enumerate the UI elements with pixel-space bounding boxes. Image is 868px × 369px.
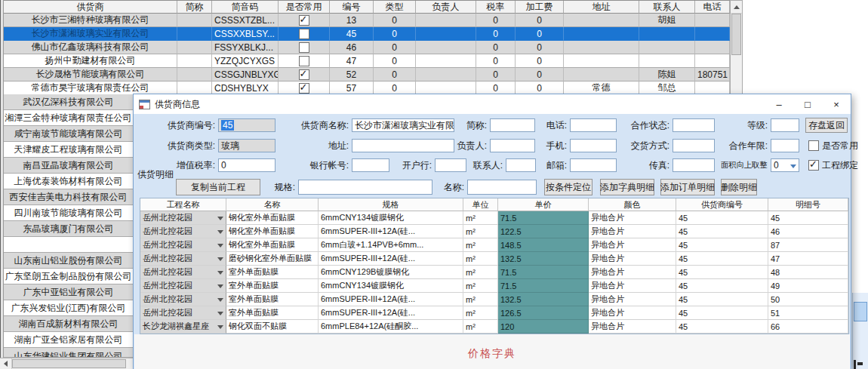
coop-status-input[interactable] <box>673 118 715 132</box>
column-header[interactable]: 负责人 <box>416 1 476 14</box>
project-bind-option[interactable]: 工程绑定 <box>808 159 858 172</box>
common-use-row-checkbox[interactable] <box>299 42 309 53</box>
grid-column-header[interactable]: 规格 <box>319 198 463 211</box>
grid-column-header[interactable]: 名称 <box>226 198 319 211</box>
email-input[interactable] <box>570 158 617 172</box>
grade-input[interactable] <box>771 118 799 132</box>
phone-input[interactable] <box>570 118 617 132</box>
supplier-row[interactable]: 长沙市潇湘玻璃实业有限公司CSSXXBLSY...45000 <box>4 27 730 41</box>
project-name-select[interactable]: 岳州北控花园 <box>140 225 226 238</box>
common-use-option[interactable]: 是否常用 <box>808 140 858 152</box>
delivery-method-input[interactable] <box>673 139 715 152</box>
list-item[interactable]: 湖南广亚全铝家居有限公司 <box>4 332 133 348</box>
fax-input[interactable] <box>673 158 715 172</box>
coop-years-input[interactable] <box>771 139 799 152</box>
supplier-row[interactable]: 扬州中勤建材有限公司YZZQJCYXGS47000 <box>4 54 730 68</box>
list-item[interactable]: 广东坚朗五金制品股份有限公司 <box>4 269 133 284</box>
contact-input[interactable] <box>506 158 536 172</box>
grid-column-header[interactable]: 供货商编号 <box>676 198 768 211</box>
scroll-up-button[interactable] <box>731 1 742 14</box>
locate-by-condition-button[interactable]: 按条件定位 <box>544 179 593 195</box>
detail-row[interactable]: 岳州北控花园室外单面贴膜6mmSUPER-III+12A(硅...m²132.5… <box>140 293 848 306</box>
detail-row[interactable]: 岳州北控花园磨砂钢化室外单面贴膜6mmSUPER-III+12A(硅...m²1… <box>140 252 848 266</box>
close-button[interactable]: × <box>822 94 851 114</box>
list-item[interactable]: 天津耀皮工程玻璃有限公司 <box>4 142 133 158</box>
list-item[interactable]: 东晶玻璃厦门有限公司 <box>4 221 133 237</box>
grid-column-header[interactable]: 单价 <box>498 198 589 211</box>
name-filter-input[interactable] <box>467 180 537 195</box>
detail-row[interactable]: 岳州北控花园钢化室外单面贴膜6mmSUPER-III+12A(硅...m²122… <box>140 225 848 238</box>
list-item[interactable]: 西安佳吉美电力科技有限公司 <box>4 189 133 205</box>
list-item[interactable]: 山东南山铝业股份有限公司 <box>4 253 133 269</box>
grid-column-header[interactable]: 明细号 <box>768 198 848 211</box>
project-name-select[interactable]: 岳州北控花园 <box>140 279 226 293</box>
copy-current-project-button[interactable]: 复制当前工程 <box>176 179 260 195</box>
supplier-type-input[interactable]: 玻璃 <box>218 139 275 152</box>
detail-row[interactable]: 长沙龙湖祺鑫星座钢化双面不贴膜6mmPLE84+12A(硅酮胶...m²120异… <box>140 320 848 334</box>
list-item[interactable]: 广东中亚铝业有限公司 <box>4 284 133 300</box>
vat-rate-input[interactable]: 0 <box>218 158 275 172</box>
save-return-button[interactable]: 存盘返回 <box>805 118 848 133</box>
list-item[interactable]: 四川南玻节能玻璃有限公司 <box>4 205 133 221</box>
delete-detail-button[interactable]: 删除明细 <box>721 179 757 195</box>
column-header[interactable]: 简称 <box>177 1 212 14</box>
column-header[interactable]: 类型 <box>374 1 416 14</box>
list-item[interactable]: 广东兴发铝业(江西)有限公司 <box>4 300 133 316</box>
project-name-select[interactable]: 岳州北控花园 <box>140 252 226 266</box>
project-name-select[interactable]: 岳州北控花园 <box>140 211 226 225</box>
mobile-input[interactable] <box>570 139 617 152</box>
bank-branch-input[interactable] <box>435 158 466 172</box>
project-name-select[interactable]: 岳州北控花园 <box>140 238 226 252</box>
project-name-select[interactable]: 岳州北控花园 <box>140 293 226 306</box>
list-item[interactable]: 武汉亿深科技有限公司 <box>4 94 133 110</box>
column-header[interactable]: 电话 <box>695 1 730 14</box>
detail-row[interactable]: 岳州北控花园室外单面贴膜6mmSUPER-III+12A(硅...m²126.5… <box>140 306 848 320</box>
vertical-scroll-thumb[interactable] <box>731 14 741 55</box>
common-use-row-checkbox[interactable] <box>299 29 309 39</box>
grid-column-header[interactable]: 工程名称 <box>140 198 226 211</box>
project-name-select[interactable]: 岳州北控花园 <box>140 306 226 320</box>
detail-row[interactable]: 岳州北控花园室外单面贴膜6mmCNY134镀膜钢化m²71.5异地合片4549 <box>140 279 848 293</box>
common-use-row-checkbox[interactable] <box>299 56 309 66</box>
spec-filter-input[interactable] <box>298 180 432 195</box>
manager-input[interactable] <box>490 139 535 152</box>
supplier-row[interactable]: 长沙晟格节能玻璃有限公司CSSGJNBLYXGS52000陈姐180751 <box>4 68 730 81</box>
list-item[interactable]: 上海优泰装饰材料有限公司 <box>4 174 133 189</box>
column-header[interactable]: 地址 <box>564 1 639 14</box>
horizontal-scroll-thumb[interactable] <box>12 359 126 368</box>
detail-row[interactable]: 岳州北控花园钢化室外单面贴膜6mmCNY134镀膜钢化m²71.5异地合片454… <box>140 211 848 225</box>
list-item[interactable]: 咸宁南玻节能玻璃有限公司 <box>4 126 133 142</box>
dialog-titlebar[interactable]: 供货商信息 – □ × <box>134 94 851 114</box>
column-header[interactable]: 简音码 <box>212 1 279 14</box>
column-header[interactable]: 是否常用 <box>279 1 330 14</box>
common-use-checkbox[interactable] <box>808 140 819 151</box>
list-item[interactable]: 湘潭三金特种玻璃有限责任公司 <box>4 110 133 126</box>
add-order-detail-button[interactable]: 添加订单明细 <box>660 179 715 195</box>
supplier-id-input[interactable]: 45 <box>218 118 275 132</box>
bank-account-input[interactable] <box>352 158 389 172</box>
project-name-select[interactable]: 岳州北控花园 <box>140 266 226 279</box>
common-use-row-checkbox[interactable] <box>299 15 309 26</box>
abbr-input[interactable] <box>490 118 535 132</box>
list-item[interactable]: 南昌亚晶玻璃有限公司 <box>4 158 133 174</box>
supplier-row[interactable]: 长沙市三湘特种玻璃有限公司CSSSXTZBL...13000胡姐 <box>4 14 730 27</box>
project-bind-checkbox[interactable] <box>808 160 819 171</box>
supplier-name-input[interactable]: 长沙市潇湘玻璃实业有限公司 <box>352 118 454 132</box>
scroll-left-button[interactable] <box>0 358 12 369</box>
grid-column-header[interactable]: 单位 <box>463 198 498 211</box>
vertical-scrollbar[interactable] <box>730 0 743 94</box>
supplier-row[interactable]: 佛山市亿鑫玻璃科技有限公司FSSYXBLKJ...46000 <box>4 41 730 54</box>
project-name-select[interactable]: 长沙龙湖祺鑫星座 <box>140 320 226 334</box>
column-header[interactable]: 加工费 <box>516 1 564 14</box>
column-header[interactable]: 税率 <box>476 1 516 14</box>
list-item[interactable]: 湖南百成新材料有限公司 <box>4 316 133 332</box>
column-header[interactable]: 编号 <box>330 1 374 14</box>
address-input[interactable] <box>352 139 454 152</box>
column-header[interactable]: 供货商 <box>4 1 177 14</box>
common-use-row-checkbox[interactable] <box>299 83 309 94</box>
detail-row[interactable]: 岳州北控花园钢化室外单面贴膜6mm白玻+1.14PVB+6mm...m²148.… <box>140 238 848 252</box>
grid-column-header[interactable]: 颜色 <box>589 198 676 211</box>
area-round-up-select[interactable]: 0 <box>771 158 799 172</box>
add-dictionary-detail-button[interactable]: 添加字典明细 <box>600 179 654 195</box>
list-item[interactable]: 山东华建铝业集团有限公司 <box>4 348 133 358</box>
